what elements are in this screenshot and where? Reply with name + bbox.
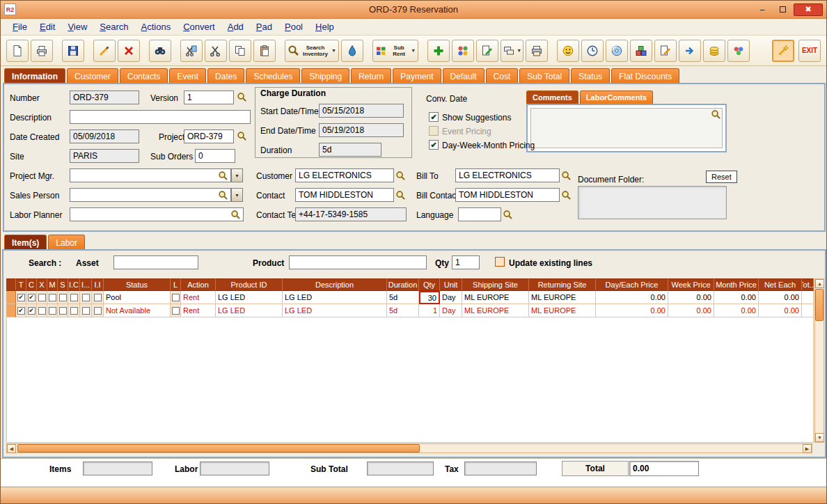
delete-line-button[interactable]	[118, 40, 140, 62]
duration-field[interactable]	[319, 143, 381, 157]
cell-month-price[interactable]: 0.00	[714, 291, 759, 304]
cell-shipping-site[interactable]: ML EUROPE	[462, 304, 529, 317]
cell-chk-c[interactable]: ✔	[26, 291, 37, 304]
qty-search-input[interactable]	[452, 255, 480, 269]
tab-dates[interactable]: Dates	[207, 68, 244, 83]
jump-arrow-button[interactable]	[679, 40, 701, 62]
start-date-field[interactable]	[319, 104, 404, 118]
tab-contacts[interactable]: Contacts	[120, 68, 168, 83]
tab-shipping[interactable]: Shipping	[301, 68, 349, 83]
bill-to-lookup-button[interactable]	[560, 170, 572, 182]
col-header-duration[interactable]: Duration	[387, 278, 419, 291]
version-lookup-button[interactable]	[236, 91, 248, 103]
tab-status[interactable]: Status	[571, 68, 610, 83]
col-header-chk-l[interactable]: L	[171, 278, 181, 291]
maximize-button[interactable]	[773, 3, 791, 16]
cell-chk-s[interactable]	[58, 304, 68, 317]
col-header-returning-site[interactable]: Returning Site	[529, 278, 596, 291]
cell-description[interactable]: LG LED	[283, 291, 387, 304]
cell-unit[interactable]: Day	[440, 291, 462, 304]
sub-rent-button[interactable]: Sub Rent▼	[372, 40, 418, 62]
history-button[interactable]	[581, 40, 604, 62]
col-header-chk-m[interactable]: M	[47, 278, 58, 291]
new-order-button[interactable]	[6, 40, 29, 62]
col-header-net-each[interactable]: Net Each	[759, 278, 802, 291]
cubes-button[interactable]	[630, 40, 652, 62]
labor-planner-lookup-button[interactable]	[230, 209, 242, 221]
tab-payment[interactable]: Payment	[393, 68, 441, 83]
col-header-day-each-price[interactable]: Day/Each Price	[596, 278, 668, 291]
cell-week-price[interactable]: 0.00	[668, 291, 714, 304]
col-header-chk-s[interactable]: S	[58, 278, 68, 291]
cell-description[interactable]: LG LED	[283, 304, 387, 317]
cell-month-price[interactable]: 0.00	[714, 304, 759, 317]
menu-item-add[interactable]: Add	[221, 19, 250, 34]
col-header-qty[interactable]: Qty	[419, 278, 440, 291]
tab-flat-discounts[interactable]: Flat Discounts	[611, 68, 679, 83]
add-line-button[interactable]	[427, 40, 450, 62]
comments-box[interactable]	[526, 104, 727, 152]
cell-duration[interactable]: 5d	[387, 291, 419, 304]
project-field[interactable]	[184, 129, 234, 143]
col-header-shipping-site[interactable]: Shipping Site	[462, 278, 529, 291]
cell-chk-t[interactable]: ✔	[16, 291, 26, 304]
cell-chk-m[interactable]	[47, 291, 58, 304]
cell-net-each[interactable]: 0.00	[759, 304, 802, 317]
cell-chk-i[interactable]	[80, 304, 92, 317]
tab-information[interactable]: Information	[4, 68, 65, 83]
color-balls-button[interactable]	[727, 40, 750, 62]
project-mgr-lookup-button[interactable]	[217, 170, 229, 182]
col-header-chk-x[interactable]: X	[37, 278, 47, 291]
end-date-field[interactable]	[319, 123, 404, 137]
cell-chk-x[interactable]	[37, 291, 47, 304]
customer-field[interactable]	[295, 168, 394, 182]
number-field[interactable]	[70, 90, 139, 104]
cell-chk-l[interactable]	[171, 291, 181, 304]
cell-status[interactable]: Pool	[104, 291, 171, 304]
chevron-down-icon[interactable]: ▼	[517, 48, 521, 53]
cell-chk-l[interactable]	[171, 304, 181, 317]
minimize-button[interactable]: –	[753, 3, 771, 16]
cell-status[interactable]: Not Available	[104, 304, 171, 317]
sub-orders-field[interactable]	[195, 149, 235, 163]
wand-button[interactable]	[772, 40, 794, 62]
cell-total[interactable]	[802, 291, 814, 304]
col-header-unit[interactable]: Unit	[440, 278, 462, 291]
customer-lookup-button[interactable]	[395, 170, 407, 182]
cell-chk-i[interactable]	[80, 291, 92, 304]
cards-button[interactable]: ▼	[501, 40, 523, 62]
menu-item-view[interactable]: View	[61, 19, 93, 34]
col-header-chk-ii[interactable]: I.I	[92, 278, 104, 291]
col-header-status[interactable]: Status	[104, 278, 171, 291]
cell-week-price[interactable]: 0.00	[668, 304, 714, 317]
paste-button[interactable]	[253, 40, 276, 62]
cell-action[interactable]: Rent	[181, 291, 216, 304]
col-header-month-price[interactable]: Month Price	[714, 278, 759, 291]
language-lookup-button[interactable]	[502, 209, 514, 221]
save-button[interactable]	[62, 40, 84, 62]
print-button[interactable]	[31, 40, 53, 62]
dwm-pricing-checkbox[interactable]: ✔	[429, 140, 439, 150]
menu-item-edit[interactable]: Edit	[33, 19, 61, 34]
tab-cost[interactable]: Cost	[486, 68, 519, 83]
reset-button[interactable]: Reset	[706, 171, 737, 183]
event-pricing-checkbox[interactable]	[429, 126, 439, 136]
grid-row[interactable]: ✔✔PoolRentLG LEDLG LED5d30DayML EUROPEML…	[6, 291, 814, 304]
cell-chk-ic[interactable]	[68, 304, 80, 317]
exit-button[interactable]: EXIT	[798, 40, 821, 62]
edit-line-button[interactable]	[93, 40, 116, 62]
cell-product-id[interactable]: LG LED	[216, 304, 283, 317]
tab-default[interactable]: Default	[443, 68, 485, 83]
scroll-left-button[interactable]: ◀	[7, 444, 16, 453]
col-header-total[interactable]: Tot...	[802, 278, 814, 291]
bill-contact-field[interactable]	[455, 188, 560, 202]
document-folder-box[interactable]	[578, 186, 727, 219]
cell-day-each-price[interactable]: 0.00	[596, 291, 668, 304]
cell-chk-x[interactable]	[37, 304, 47, 317]
tab-labor[interactable]: Labor	[48, 235, 85, 249]
contact-tel-field[interactable]	[295, 207, 407, 221]
contact-field[interactable]	[295, 188, 394, 202]
menu-item-pool[interactable]: Pool	[278, 19, 309, 34]
labor-planner-field[interactable]	[70, 207, 244, 221]
grid-row[interactable]: ✔✔Not AvailableRentLG LEDLG LED5d1DayML …	[6, 304, 814, 317]
